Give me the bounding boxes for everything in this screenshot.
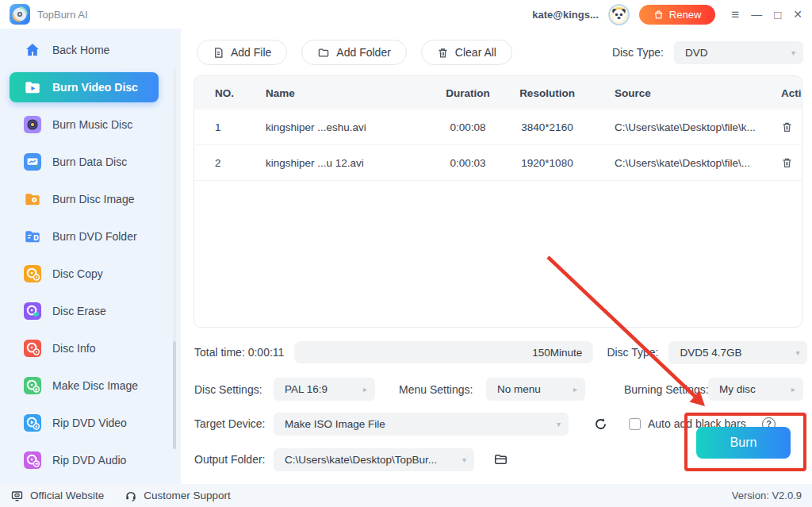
disc-copy-icon (24, 265, 41, 282)
cell-source: C:\Users\kate\Desktop\file\k... (591, 121, 781, 133)
maximize-icon[interactable]: □ (774, 9, 781, 21)
sidebar-item-label: Burn Video Disc (52, 81, 138, 94)
user-email[interactable]: kate@kings... (532, 9, 598, 21)
menu-settings-label: Menu Settings: (399, 383, 473, 396)
sidebar-item-burn-video-disc[interactable]: Burn Video Disc (10, 72, 159, 102)
trash-icon (781, 156, 793, 169)
disc-type-select[interactable]: DVD ▾ (674, 41, 803, 64)
auto-black-bars-checkbox[interactable] (629, 418, 641, 430)
titlebar-right: kate@kings... Renew ≡ — □ (532, 4, 802, 25)
target-device-label: Target Device: (194, 417, 265, 430)
disc-capacity-select[interactable]: DVD5 4.7GB ▾ (668, 341, 807, 364)
sidebar-item-disc-info[interactable]: Disc Info (10, 333, 159, 363)
close-icon[interactable]: ✕ (793, 9, 802, 20)
menu-settings-select[interactable]: No menu ▸ (486, 378, 585, 401)
add-folder-label: Add Folder (336, 46, 390, 59)
disc-type-value: DVD (685, 47, 785, 59)
add-folder-button[interactable]: Add Folder (301, 40, 406, 65)
disc-settings-row: Disc Settings: PAL 16:9 ▸ Menu Settings:… (194, 378, 812, 400)
sidebar-scrollbar[interactable] (173, 68, 176, 449)
sidebar-item-label: Disc Copy (52, 267, 103, 280)
music-disc-icon (24, 116, 41, 133)
disc-image-folder-icon (24, 190, 41, 208)
burning-settings-label: Burning Settings: (624, 383, 709, 396)
rip-dvd-audio-icon (24, 451, 41, 469)
sidebar-item-make-disc-image[interactable]: Make Disc Image (10, 371, 159, 401)
col-duration: Duration (432, 87, 504, 99)
add-file-button[interactable]: Add File (197, 40, 287, 65)
open-folder-icon (492, 452, 509, 467)
renew-button[interactable]: Renew (639, 5, 715, 25)
chevron-down-icon: ▾ (795, 348, 799, 357)
renew-label: Renew (669, 9, 701, 21)
home-icon (24, 41, 41, 59)
output-folder-select[interactable]: C:\Users\kate\Desktop\TopBur... ▾ (274, 448, 474, 471)
refresh-icon (593, 417, 608, 432)
table-row[interactable]: 1 kingshiper ...eshu.avi 0:00:08 3840*21… (194, 109, 802, 145)
disc-type-control: Disc Type: DVD ▾ (612, 41, 803, 64)
delete-row-button[interactable] (781, 121, 793, 133)
sidebar-item-burn-disc-image[interactable]: Burn Disc Image (10, 184, 159, 214)
col-resolution: Resolution (504, 87, 591, 99)
sidebar-item-disc-copy[interactable]: Disc Copy (10, 259, 159, 289)
chevron-down-icon: ▾ (557, 420, 561, 428)
col-source: Source (591, 87, 781, 99)
burning-settings-select[interactable]: My disc ▸ (708, 378, 803, 401)
sidebar-item-rip-dvd-video[interactable]: Rip DVD Video (10, 408, 159, 438)
total-time-label: Total time: 0:00:11 (194, 346, 284, 359)
disc-capacity-value: DVD5 4.7GB (680, 347, 789, 359)
scrollbar-thumb[interactable] (173, 341, 176, 449)
target-device-select[interactable]: Make ISO Image File ▾ (274, 413, 569, 436)
sidebar-item-back-home[interactable]: Back Home (10, 35, 159, 65)
sidebar-item-label: Disc Info (52, 342, 95, 355)
menu-icon[interactable]: ≡ (731, 8, 739, 21)
delete-row-button[interactable] (781, 156, 793, 169)
disc-info-icon (24, 340, 41, 357)
official-website-label: Official Website (30, 490, 104, 501)
trash-icon (437, 47, 449, 59)
burn-button[interactable]: Burn (696, 427, 791, 459)
cell-duration: 0:00:08 (432, 121, 504, 133)
sidebar-item-disc-erase[interactable]: Disc Erase (10, 296, 159, 326)
target-device-value: Make ISO Image File (285, 418, 550, 430)
user-avatar[interactable] (608, 4, 630, 25)
file-toolbar: Add File Add Folder Clear All Disc Type:… (197, 40, 803, 65)
sidebar-item-burn-music-disc[interactable]: Burn Music Disc (10, 109, 159, 140)
disc-settings-select[interactable]: PAL 16:9 ▸ (274, 378, 375, 401)
sidebar-item-label: Burn Disc Image (52, 193, 134, 205)
chevron-down-icon: ▾ (791, 48, 795, 57)
output-folder-label: Output Folder: (194, 453, 266, 466)
bag-icon (653, 10, 664, 20)
file-table: NO. Name Duration Resolution Source Acti… (193, 75, 802, 328)
refresh-devices-button[interactable] (593, 417, 608, 432)
table-row[interactable]: 2 kingshiper ...u 12.avi 0:00:03 1920*10… (194, 145, 802, 181)
svg-text:D: D (33, 234, 39, 242)
col-no: NO. (215, 87, 266, 99)
sidebar-item-burn-data-disc[interactable]: Burn Data Disc (10, 147, 159, 177)
chevron-right-icon: ▸ (573, 385, 577, 394)
minimize-icon[interactable]: — (751, 9, 762, 20)
sidebar-item-label: Burn Data Disc (52, 156, 127, 168)
make-disc-image-icon (24, 377, 41, 394)
file-icon (213, 47, 224, 59)
video-folder-icon (24, 79, 41, 96)
clear-all-label: Clear All (455, 46, 496, 59)
sidebar-item-label: Rip DVD Video (52, 417, 127, 429)
sidebar-item-rip-dvd-audio[interactable]: Rip DVD Audio (10, 445, 159, 475)
window-controls: ≡ — □ ✕ (731, 8, 802, 21)
sidebar-item-label: Make Disc Image (52, 379, 138, 392)
sidebar-item-burn-dvd-folder[interactable]: D Burn DVD Folder (10, 221, 159, 252)
output-folder-value: C:\Users\kate\Desktop\TopBur... (285, 454, 456, 466)
headset-icon (124, 490, 137, 502)
cell-name: kingshiper ...u 12.avi (266, 157, 432, 169)
chevron-right-icon: ▸ (363, 385, 367, 394)
disc-capacity-label: Disc Type: (607, 346, 658, 359)
official-website-link[interactable]: Official Website (10, 490, 104, 502)
customer-support-link[interactable]: Customer Support (124, 490, 231, 502)
app-window: TopBurn AI kate@kings... Renew (0, 0, 812, 507)
main-content: Add File Add Folder Clear All Disc Type:… (181, 29, 812, 484)
chevron-down-icon: ▾ (462, 455, 466, 464)
clear-all-button[interactable]: Clear All (421, 40, 512, 65)
browse-folder-button[interactable] (492, 452, 509, 467)
cell-no: 2 (215, 157, 266, 169)
